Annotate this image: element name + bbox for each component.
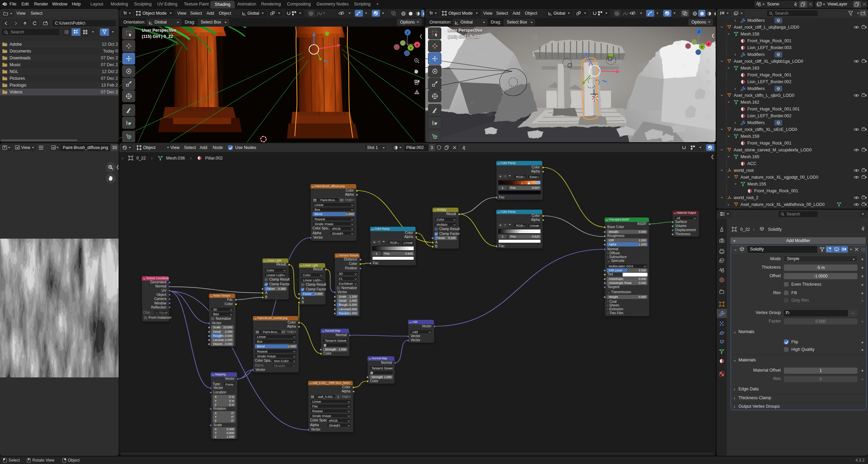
svg-text:Y: Y [701, 45, 703, 49]
svg-text:❮: ❮ [711, 33, 715, 38]
svg-text:Y: Y [410, 46, 412, 50]
svg-text:Z: Z [698, 30, 700, 33]
svg-text:Z: Z [407, 31, 409, 34]
svg-text:X: X [707, 42, 710, 46]
svg-text:X: X [416, 43, 418, 47]
svg-text:❮: ❮ [419, 34, 423, 39]
